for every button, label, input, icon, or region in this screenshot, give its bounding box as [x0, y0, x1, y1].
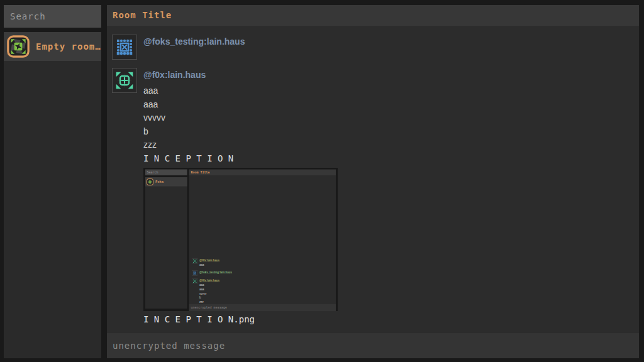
- inception-message-text: vvvvv: [199, 292, 219, 296]
- message-group: @f0x:lain.haus aaa aaa vvvvv b zzz I N C…: [112, 68, 639, 324]
- inception-avatar-teal-icon: [192, 258, 198, 264]
- attachment-filename: I N C E P T I O N.png: [143, 314, 338, 324]
- inception-message-group: @foks_testing:lain.haus: [192, 270, 232, 276]
- room-title-header: Room Title: [107, 5, 639, 26]
- search-input[interactable]: Search: [4, 5, 101, 28]
- inception-room-name-label: Foks: [155, 180, 164, 184]
- inception-room-list: Foks: [145, 177, 187, 309]
- room-list-item[interactable]: Empty room…: [4, 32, 101, 61]
- inception-message-sender: @foks_testing:lain.haus: [199, 270, 232, 274]
- inception-room-list-item: Foks: [145, 177, 187, 187]
- message-sender: @f0x:lain.haus: [143, 68, 338, 80]
- user-avatar-teal-grid-icon: [112, 68, 137, 93]
- inception-message-text: zzz: [199, 300, 219, 304]
- message-text: vvvvv: [143, 111, 338, 125]
- inception-search-input: Search: [145, 170, 187, 176]
- inception-message-timeline: @f0x:lain.haus aaa: [189, 175, 336, 304]
- app-window: Search Empt: [0, 0, 644, 362]
- inception-message-group: @f0x:lain.haus aaa aaa vvvvv b zzz: [192, 278, 232, 304]
- room-list: Empty room…: [4, 32, 101, 358]
- inception-message-text: aaa: [199, 287, 219, 292]
- message-text: I N C E P T I O N: [143, 152, 338, 166]
- message-group: @foks_testing:lain.haus: [112, 35, 639, 60]
- inception-screenshot-image: Search: [143, 168, 338, 311]
- message-sender: @foks_testing:lain.haus: [143, 35, 245, 47]
- inception-avatar-teal-icon: [192, 278, 198, 284]
- inception-avatar-blue-icon: [192, 270, 198, 276]
- message-text: aaa: [143, 84, 338, 98]
- inception-message-sender: @f0x:lain.haus: [199, 278, 219, 282]
- inception-room-identicon-icon: [147, 178, 153, 185]
- room-identicon-icon: [7, 35, 30, 58]
- message-text: b: [143, 125, 338, 139]
- inception-message-input: unencrypted message: [189, 304, 336, 311]
- inception-message-text: b: [199, 296, 219, 300]
- inception-message-text: aaa: [199, 283, 219, 287]
- user-avatar-blue-dots-icon: [112, 35, 137, 60]
- inception-message-sender: @f0x:lain.haus: [199, 258, 219, 262]
- room-name-label: Empty room…: [36, 41, 101, 52]
- message-input[interactable]: unencrypted message: [107, 333, 639, 358]
- message-text: aaa: [143, 98, 338, 112]
- inception-message-text: aaa: [199, 263, 219, 268]
- inception-room-title-header: Room Title: [189, 170, 336, 176]
- message-text: zzz: [143, 138, 338, 152]
- message-timeline: @foks_testing:lain.haus @f0x:lain.haus a…: [107, 26, 639, 333]
- image-attachment[interactable]: Search: [143, 168, 338, 311]
- inception-message-group: @f0x:lain.haus aaa: [192, 258, 232, 267]
